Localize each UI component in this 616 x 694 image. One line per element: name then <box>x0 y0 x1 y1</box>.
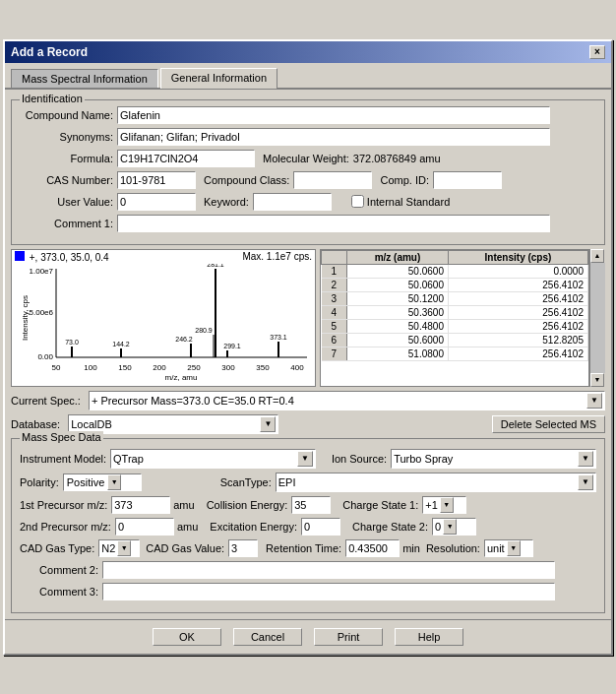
user-value-row: User Value: Keyword: Internal Standard <box>20 193 596 211</box>
compound-class-input[interactable] <box>293 171 372 189</box>
print-button[interactable]: Print <box>314 628 383 646</box>
instrument-model-value: QTrap <box>113 453 144 465</box>
cad-gas-value-label: CAD Gas Value: <box>146 542 224 554</box>
cad-gas-type-arrow[interactable]: ▼ <box>117 540 131 556</box>
comment2-input[interactable] <box>102 561 555 579</box>
cad-gas-type-combo[interactable]: N2 ▼ <box>98 539 140 557</box>
scrollbar-down[interactable]: ▼ <box>590 373 604 387</box>
charge-state1-arrow[interactable]: ▼ <box>440 497 454 513</box>
row-intensity: 256.4102 <box>448 319 587 333</box>
user-value-label: User Value: <box>20 196 113 208</box>
identification-label: Identification <box>20 93 85 104</box>
synonyms-input[interactable] <box>117 128 550 146</box>
main-window: Add a Record × Mass Spectral Information… <box>3 39 613 656</box>
database-label: Database: <box>11 418 60 430</box>
svg-text:1.00e7: 1.00e7 <box>30 267 54 276</box>
table-scrollbar[interactable]: ▲ ▼ <box>589 249 605 387</box>
table-row[interactable]: 6 50.6000 512.8205 <box>322 333 588 347</box>
database-arrow[interactable]: ▼ <box>260 416 276 432</box>
svg-text:144.2: 144.2 <box>112 341 130 347</box>
current-spec-arrow[interactable]: ▼ <box>586 393 602 409</box>
table-row[interactable]: 3 50.1200 256.4102 <box>322 291 588 305</box>
main-content: Identification Compound Name: Synonyms: … <box>5 90 611 619</box>
precursor2-unit: amu <box>177 521 198 533</box>
delete-ms-button[interactable]: Delete Selected MS <box>492 415 605 433</box>
row-num: 7 <box>322 347 347 360</box>
instrument-model-arrow[interactable]: ▼ <box>297 451 313 467</box>
cas-label: CAS Number: <box>20 174 113 186</box>
charge-state2-combo[interactable]: 0 ▼ <box>432 518 476 536</box>
svg-text:0.00: 0.00 <box>37 352 53 361</box>
scrollbar-up[interactable]: ▲ <box>590 249 604 263</box>
ion-source-arrow[interactable]: ▼ <box>578 451 593 467</box>
scan-type-combo[interactable]: EPI ▼ <box>276 473 596 492</box>
retention-time-unit: min <box>402 542 420 554</box>
comment2-label: Comment 2: <box>20 564 98 576</box>
table-row[interactable]: 4 50.3600 256.4102 <box>322 305 588 319</box>
compound-name-input[interactable] <box>117 106 550 124</box>
table-row[interactable]: 7 51.0800 256.4102 <box>322 347 588 360</box>
table-row[interactable]: 2 50.0600 256.4102 <box>322 278 588 291</box>
retention-time-label: Retention Time: <box>266 542 341 554</box>
cad-gas-value-input[interactable] <box>228 539 258 557</box>
precursor2-label: 2nd Precursor m/z: <box>20 521 111 533</box>
excitation-energy-input[interactable] <box>301 518 340 536</box>
charge-state1-combo[interactable]: +1 ▼ <box>422 496 466 514</box>
comp-id-input[interactable] <box>433 171 502 189</box>
user-value-input[interactable] <box>117 193 196 211</box>
mass-spec-group: Mass Spec Data Instrument Model: QTrap ▼… <box>11 438 605 613</box>
svg-text:299.1: 299.1 <box>223 343 241 349</box>
retention-time-input[interactable] <box>345 539 400 557</box>
ion-source-combo[interactable]: Turbo Spray ▼ <box>391 449 596 469</box>
current-spec-label: Current Spec.: <box>11 395 81 407</box>
svg-text:50: 50 <box>52 363 61 372</box>
help-button[interactable]: Help <box>395 628 463 646</box>
row-mz: 50.6000 <box>347 333 449 347</box>
tab-general-information[interactable]: General Information <box>160 68 277 89</box>
close-button[interactable]: × <box>589 45 605 59</box>
table-row[interactable]: 5 50.4800 256.4102 <box>322 319 588 333</box>
chart-blue-indicator: +, 373.0, 35.0, 0.4 <box>15 251 109 263</box>
scan-type-label: ScanType: <box>220 476 272 488</box>
precursor2-input[interactable] <box>115 518 174 536</box>
cas-input[interactable] <box>117 171 196 189</box>
comment1-row: Comment 1: <box>20 215 596 232</box>
cad-gas-type-label: CAD Gas Type: <box>20 542 94 554</box>
scan-type-arrow[interactable]: ▼ <box>578 474 593 490</box>
precursor1-input[interactable] <box>111 496 170 514</box>
row-num: 5 <box>322 319 347 333</box>
row-intensity: 512.8205 <box>448 333 587 347</box>
resolution-arrow[interactable]: ▼ <box>507 540 521 556</box>
resolution-combo[interactable]: unit ▼ <box>484 539 533 557</box>
svg-text:300: 300 <box>221 363 235 372</box>
row-mz: 50.0600 <box>347 264 449 278</box>
comment3-input[interactable] <box>102 583 555 600</box>
table-row[interactable]: 1 50.0600 0.0000 <box>322 264 588 278</box>
polarity-combo[interactable]: Positive ▼ <box>63 473 142 491</box>
instrument-model-combo[interactable]: QTrap ▼ <box>110 449 316 469</box>
row-intensity: 256.4102 <box>448 278 587 291</box>
comment3-label: Comment 3: <box>20 586 98 598</box>
row-num: 3 <box>322 291 347 305</box>
instrument-row: Instrument Model: QTrap ▼ Ion Source: Tu… <box>20 449 596 469</box>
row-mz: 50.0600 <box>347 278 449 291</box>
svg-text:373.1: 373.1 <box>270 334 287 341</box>
tab-mass-spectral[interactable]: Mass Spectral Information <box>11 69 158 88</box>
scrollbar-track[interactable] <box>590 263 605 373</box>
formula-label: Formula: <box>20 153 113 164</box>
cancel-button[interactable]: Cancel <box>233 628 302 646</box>
footer: OK Cancel Print Help <box>5 619 611 654</box>
current-spec-combo[interactable]: + Precursor Mass=373.0 CE=35.0 RT=0.4 ▼ <box>89 391 605 410</box>
charge-state2-arrow[interactable]: ▼ <box>443 519 457 535</box>
internal-standard-checkbox[interactable] <box>351 195 364 208</box>
formula-input[interactable] <box>117 150 255 167</box>
ok-button[interactable]: OK <box>153 628 221 646</box>
svg-text:400: 400 <box>290 363 304 372</box>
collision-energy-input[interactable] <box>291 496 331 514</box>
keyword-input[interactable] <box>253 193 332 211</box>
svg-text:100: 100 <box>84 363 97 372</box>
formula-row: Formula: Molecular Weight: 372.0876849 a… <box>20 150 596 167</box>
polarity-arrow[interactable]: ▼ <box>107 474 121 490</box>
compound-class-label: Compound Class: <box>204 174 289 186</box>
comment1-input[interactable] <box>117 215 550 232</box>
